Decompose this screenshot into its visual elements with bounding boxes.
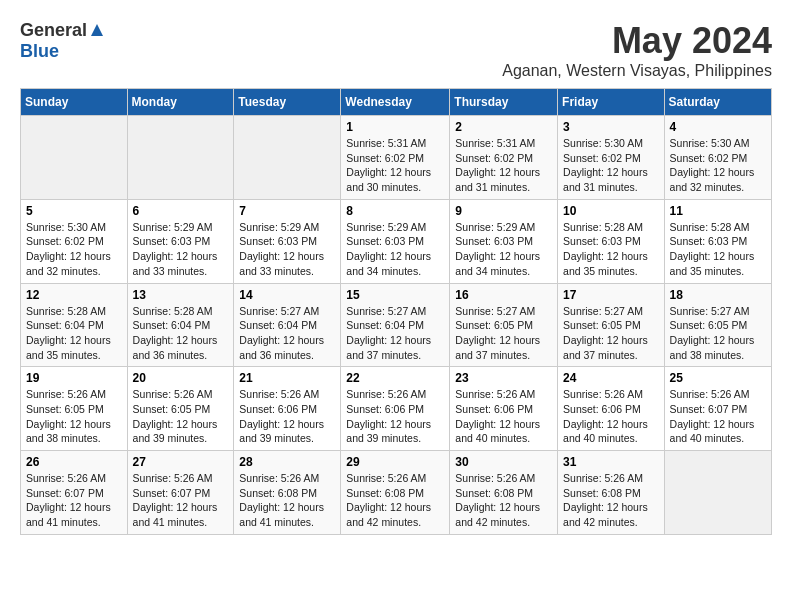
day-info: Sunrise: 5:27 AMSunset: 6:05 PMDaylight:… bbox=[670, 304, 766, 363]
day-number: 31 bbox=[563, 455, 659, 469]
day-number: 14 bbox=[239, 288, 335, 302]
calendar-day-cell: 14Sunrise: 5:27 AMSunset: 6:04 PMDayligh… bbox=[234, 283, 341, 367]
calendar-day-cell: 29Sunrise: 5:26 AMSunset: 6:08 PMDayligh… bbox=[341, 451, 450, 535]
calendar-day-cell: 12Sunrise: 5:28 AMSunset: 6:04 PMDayligh… bbox=[21, 283, 128, 367]
calendar-week-row: 26Sunrise: 5:26 AMSunset: 6:07 PMDayligh… bbox=[21, 451, 772, 535]
day-number: 9 bbox=[455, 204, 552, 218]
day-info: Sunrise: 5:26 AMSunset: 6:07 PMDaylight:… bbox=[670, 387, 766, 446]
day-info: Sunrise: 5:26 AMSunset: 6:06 PMDaylight:… bbox=[563, 387, 659, 446]
day-number: 4 bbox=[670, 120, 766, 134]
day-number: 12 bbox=[26, 288, 122, 302]
day-of-week-header: Friday bbox=[558, 89, 665, 116]
day-info: Sunrise: 5:26 AMSunset: 6:05 PMDaylight:… bbox=[133, 387, 229, 446]
svg-marker-0 bbox=[91, 24, 103, 36]
logo: General Blue bbox=[20, 20, 104, 62]
logo-blue-text: Blue bbox=[20, 41, 104, 62]
title-section: May 2024 Aganan, Western Visayas, Philip… bbox=[502, 20, 772, 80]
day-info: Sunrise: 5:26 AMSunset: 6:06 PMDaylight:… bbox=[455, 387, 552, 446]
calendar-day-cell bbox=[127, 116, 234, 200]
calendar-day-cell: 28Sunrise: 5:26 AMSunset: 6:08 PMDayligh… bbox=[234, 451, 341, 535]
calendar-day-cell: 23Sunrise: 5:26 AMSunset: 6:06 PMDayligh… bbox=[450, 367, 558, 451]
day-number: 7 bbox=[239, 204, 335, 218]
calendar-day-cell: 3Sunrise: 5:30 AMSunset: 6:02 PMDaylight… bbox=[558, 116, 665, 200]
month-title: May 2024 bbox=[502, 20, 772, 62]
day-number: 19 bbox=[26, 371, 122, 385]
day-number: 25 bbox=[670, 371, 766, 385]
day-of-week-header: Monday bbox=[127, 89, 234, 116]
day-info: Sunrise: 5:28 AMSunset: 6:04 PMDaylight:… bbox=[133, 304, 229, 363]
day-number: 21 bbox=[239, 371, 335, 385]
calendar-day-cell: 22Sunrise: 5:26 AMSunset: 6:06 PMDayligh… bbox=[341, 367, 450, 451]
day-number: 11 bbox=[670, 204, 766, 218]
day-number: 15 bbox=[346, 288, 444, 302]
calendar-day-cell: 8Sunrise: 5:29 AMSunset: 6:03 PMDaylight… bbox=[341, 199, 450, 283]
day-number: 22 bbox=[346, 371, 444, 385]
days-of-week-row: SundayMondayTuesdayWednesdayThursdayFrid… bbox=[21, 89, 772, 116]
day-info: Sunrise: 5:26 AMSunset: 6:08 PMDaylight:… bbox=[239, 471, 335, 530]
calendar-body: 1Sunrise: 5:31 AMSunset: 6:02 PMDaylight… bbox=[21, 116, 772, 535]
location-title: Aganan, Western Visayas, Philippines bbox=[502, 62, 772, 80]
day-number: 28 bbox=[239, 455, 335, 469]
calendar-day-cell: 21Sunrise: 5:26 AMSunset: 6:06 PMDayligh… bbox=[234, 367, 341, 451]
calendar-day-cell: 19Sunrise: 5:26 AMSunset: 6:05 PMDayligh… bbox=[21, 367, 128, 451]
calendar-day-cell bbox=[21, 116, 128, 200]
day-info: Sunrise: 5:26 AMSunset: 6:06 PMDaylight:… bbox=[239, 387, 335, 446]
calendar-day-cell: 15Sunrise: 5:27 AMSunset: 6:04 PMDayligh… bbox=[341, 283, 450, 367]
calendar-day-cell: 7Sunrise: 5:29 AMSunset: 6:03 PMDaylight… bbox=[234, 199, 341, 283]
day-info: Sunrise: 5:27 AMSunset: 6:05 PMDaylight:… bbox=[455, 304, 552, 363]
day-info: Sunrise: 5:28 AMSunset: 6:04 PMDaylight:… bbox=[26, 304, 122, 363]
calendar-day-cell: 5Sunrise: 5:30 AMSunset: 6:02 PMDaylight… bbox=[21, 199, 128, 283]
day-info: Sunrise: 5:28 AMSunset: 6:03 PMDaylight:… bbox=[670, 220, 766, 279]
day-info: Sunrise: 5:26 AMSunset: 6:07 PMDaylight:… bbox=[26, 471, 122, 530]
day-info: Sunrise: 5:26 AMSunset: 6:07 PMDaylight:… bbox=[133, 471, 229, 530]
calendar-header: SundayMondayTuesdayWednesdayThursdayFrid… bbox=[21, 89, 772, 116]
calendar-day-cell bbox=[234, 116, 341, 200]
calendar-day-cell: 2Sunrise: 5:31 AMSunset: 6:02 PMDaylight… bbox=[450, 116, 558, 200]
page-header: General Blue May 2024 Aganan, Western Vi… bbox=[20, 20, 772, 80]
day-info: Sunrise: 5:26 AMSunset: 6:08 PMDaylight:… bbox=[346, 471, 444, 530]
day-number: 24 bbox=[563, 371, 659, 385]
logo-triangle-icon bbox=[90, 23, 104, 41]
calendar-day-cell bbox=[664, 451, 771, 535]
day-of-week-header: Tuesday bbox=[234, 89, 341, 116]
calendar-day-cell: 4Sunrise: 5:30 AMSunset: 6:02 PMDaylight… bbox=[664, 116, 771, 200]
calendar-day-cell: 9Sunrise: 5:29 AMSunset: 6:03 PMDaylight… bbox=[450, 199, 558, 283]
day-of-week-header: Wednesday bbox=[341, 89, 450, 116]
day-number: 13 bbox=[133, 288, 229, 302]
day-info: Sunrise: 5:30 AMSunset: 6:02 PMDaylight:… bbox=[670, 136, 766, 195]
calendar-week-row: 12Sunrise: 5:28 AMSunset: 6:04 PMDayligh… bbox=[21, 283, 772, 367]
day-info: Sunrise: 5:27 AMSunset: 6:04 PMDaylight:… bbox=[346, 304, 444, 363]
day-info: Sunrise: 5:26 AMSunset: 6:08 PMDaylight:… bbox=[563, 471, 659, 530]
day-number: 8 bbox=[346, 204, 444, 218]
calendar-day-cell: 27Sunrise: 5:26 AMSunset: 6:07 PMDayligh… bbox=[127, 451, 234, 535]
day-info: Sunrise: 5:30 AMSunset: 6:02 PMDaylight:… bbox=[563, 136, 659, 195]
day-number: 1 bbox=[346, 120, 444, 134]
day-info: Sunrise: 5:28 AMSunset: 6:03 PMDaylight:… bbox=[563, 220, 659, 279]
day-number: 20 bbox=[133, 371, 229, 385]
day-info: Sunrise: 5:30 AMSunset: 6:02 PMDaylight:… bbox=[26, 220, 122, 279]
day-info: Sunrise: 5:26 AMSunset: 6:06 PMDaylight:… bbox=[346, 387, 444, 446]
calendar-day-cell: 17Sunrise: 5:27 AMSunset: 6:05 PMDayligh… bbox=[558, 283, 665, 367]
day-number: 17 bbox=[563, 288, 659, 302]
day-number: 18 bbox=[670, 288, 766, 302]
day-number: 26 bbox=[26, 455, 122, 469]
calendar-day-cell: 26Sunrise: 5:26 AMSunset: 6:07 PMDayligh… bbox=[21, 451, 128, 535]
day-number: 16 bbox=[455, 288, 552, 302]
calendar-day-cell: 30Sunrise: 5:26 AMSunset: 6:08 PMDayligh… bbox=[450, 451, 558, 535]
day-info: Sunrise: 5:26 AMSunset: 6:08 PMDaylight:… bbox=[455, 471, 552, 530]
calendar-day-cell: 31Sunrise: 5:26 AMSunset: 6:08 PMDayligh… bbox=[558, 451, 665, 535]
logo-general-text: General bbox=[20, 20, 87, 41]
day-number: 27 bbox=[133, 455, 229, 469]
day-info: Sunrise: 5:29 AMSunset: 6:03 PMDaylight:… bbox=[455, 220, 552, 279]
calendar-week-row: 1Sunrise: 5:31 AMSunset: 6:02 PMDaylight… bbox=[21, 116, 772, 200]
calendar-day-cell: 25Sunrise: 5:26 AMSunset: 6:07 PMDayligh… bbox=[664, 367, 771, 451]
calendar-day-cell: 24Sunrise: 5:26 AMSunset: 6:06 PMDayligh… bbox=[558, 367, 665, 451]
calendar-day-cell: 13Sunrise: 5:28 AMSunset: 6:04 PMDayligh… bbox=[127, 283, 234, 367]
day-of-week-header: Thursday bbox=[450, 89, 558, 116]
day-info: Sunrise: 5:29 AMSunset: 6:03 PMDaylight:… bbox=[133, 220, 229, 279]
day-info: Sunrise: 5:27 AMSunset: 6:04 PMDaylight:… bbox=[239, 304, 335, 363]
calendar-day-cell: 1Sunrise: 5:31 AMSunset: 6:02 PMDaylight… bbox=[341, 116, 450, 200]
day-number: 3 bbox=[563, 120, 659, 134]
calendar-day-cell: 20Sunrise: 5:26 AMSunset: 6:05 PMDayligh… bbox=[127, 367, 234, 451]
day-info: Sunrise: 5:29 AMSunset: 6:03 PMDaylight:… bbox=[239, 220, 335, 279]
